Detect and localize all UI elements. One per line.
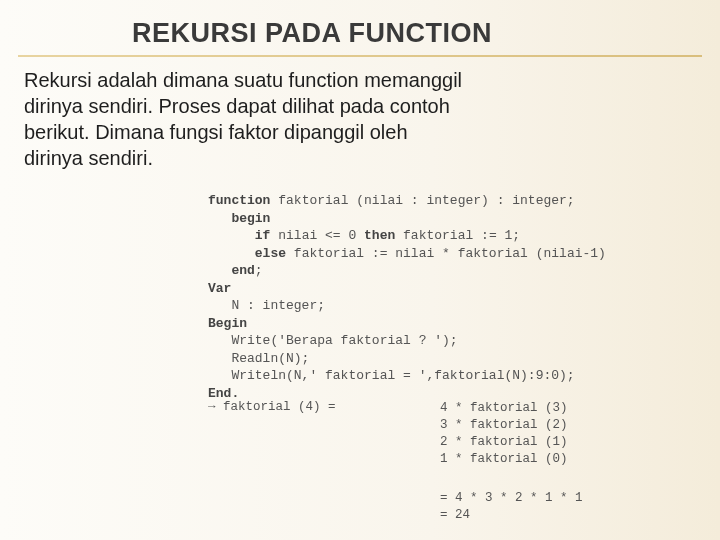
code-l4b: faktorial := nilai * faktorial (nilai-1) — [286, 246, 606, 261]
body-paragraph: Rekursi adalah dimana suatu function mem… — [0, 67, 690, 171]
kw-then: then — [364, 228, 395, 243]
kw-end: end — [231, 263, 254, 278]
title-underline — [18, 55, 702, 57]
kw-else: else — [255, 246, 286, 261]
para-line-2: dirinya sendiri. Proses dapat dilihat pa… — [24, 93, 660, 119]
code-l10: Readln(N); — [231, 351, 309, 366]
trace-expansion: 4 * faktorial (3) 3 * faktorial (2) 2 * … — [440, 400, 568, 468]
kw-var: Var — [208, 281, 231, 296]
trace-r2: 3 * faktorial (2) — [440, 418, 568, 432]
para-line-4: dirinya sendiri. — [24, 145, 660, 171]
kw-begin: begin — [231, 211, 270, 226]
trace-result: = 4 * 3 * 2 * 1 * 1 = 24 — [440, 490, 583, 524]
trace-r3: 2 * faktorial (1) — [440, 435, 568, 449]
code-snippet: function faktorial (nilai : integer) : i… — [208, 192, 606, 403]
code-l11: Writeln(N,' faktorial = ',faktorial(N):9… — [231, 368, 574, 383]
result-r1: = 4 * 3 * 2 * 1 * 1 — [440, 491, 583, 505]
code-l3d: faktorial := 1; — [395, 228, 520, 243]
trace-call: → faktorial (4) = — [208, 400, 336, 414]
code-l1b: faktorial (nilai : integer) : integer; — [270, 193, 574, 208]
code-l3b: nilai <= 0 — [270, 228, 364, 243]
kw-if: if — [255, 228, 271, 243]
kw-endprog: End. — [208, 386, 239, 401]
code-l9: Write('Berapa faktorial ? '); — [231, 333, 457, 348]
trace-r1: 4 * faktorial (3) — [440, 401, 568, 415]
result-r2: = 24 — [440, 508, 470, 522]
kw-begin2: Begin — [208, 316, 247, 331]
para-line-3: berikut. Dimana fungsi faktor dipanggil … — [24, 119, 660, 145]
kw-function: function — [208, 193, 270, 208]
trace-r4: 1 * faktorial (0) — [440, 452, 568, 466]
code-l7: N : integer; — [231, 298, 325, 313]
slide-title: REKURSI PADA FUNCTION — [0, 0, 720, 55]
para-line-1: Rekursi adalah dimana suatu function mem… — [24, 67, 660, 93]
